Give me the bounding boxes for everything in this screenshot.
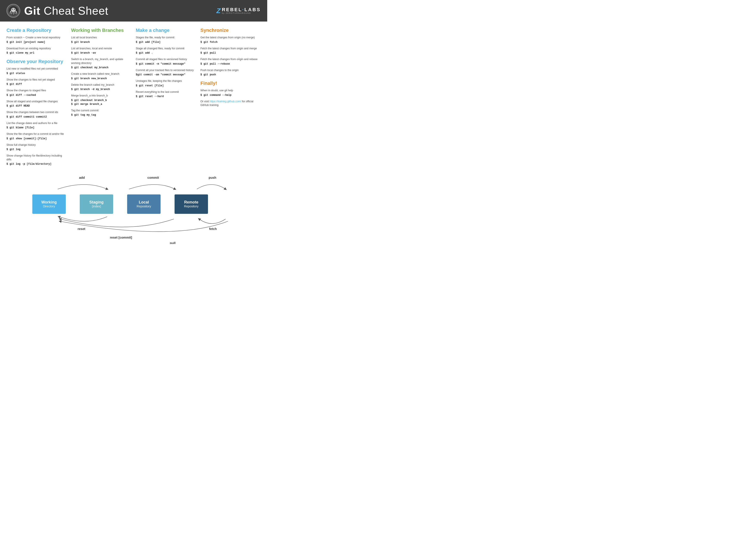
header-title: Git Cheat Sheet [24, 4, 108, 17]
change-item-3-cmd: $ git commit -m "commit message" [136, 62, 196, 66]
observe-item-1-cmd: $ git status [7, 71, 67, 75]
svg-text:commit: commit [148, 176, 159, 179]
branch-item-7: Tag the current commit $ git tag my_tag [71, 109, 131, 117]
branch-item-3-desc: Switch to a branch, my_branch, and updat… [71, 58, 131, 65]
observe-item-5-desc: Show the changes between two commit ids [7, 111, 67, 114]
branch-item-3: Switch to a branch, my_branch, and updat… [71, 58, 131, 69]
column-4: Synchronize Get the latest changes from … [201, 28, 261, 168]
create-item-1: From scratch -- Create a new local repos… [7, 36, 67, 44]
branches-section-title: Working with Branches [71, 28, 131, 33]
staging-sublabel: (index) [92, 205, 101, 208]
change-item-4-cmd: $git commit -am "commit message" [136, 73, 196, 77]
observe-item-4-cmd: $ git diff HEAD [7, 104, 67, 108]
title-bold: Git [24, 5, 40, 17]
observe-item-7: Show the file changes for a commit id an… [7, 132, 67, 140]
rebel-sub-text: by ZEROTURNAROUND [222, 12, 261, 14]
branch-item-2: List all branches, local and remote $ gi… [71, 47, 131, 55]
observe-item-9: Show change history for file/directory i… [7, 154, 67, 166]
change-item-2-desc: Stage all changed files, ready for commi… [136, 47, 196, 51]
remote-repository-box: Remote Repository [175, 194, 208, 214]
observe-section-title: Observe your Repository [7, 59, 67, 64]
branch-item-4: Create a new branch called new_branch $ … [71, 72, 131, 81]
create-item-1-cmd: $ git init [project name] [7, 40, 67, 44]
branch-item-1: List all local branches $ git branch [71, 36, 131, 44]
working-directory-label: Working [41, 200, 57, 205]
observe-item-9-desc: Show change history for file/directory i… [7, 154, 67, 162]
change-item-5: Unstages file, keeping the file changes … [136, 79, 196, 88]
branch-item-6-desc: Merge branch_a into branch_b [71, 94, 131, 98]
branch-item-7-cmd: $ git tag my_tag [71, 113, 131, 117]
sync-item-4: Push local changes to the origin $ git p… [201, 68, 261, 77]
branch-item-7-desc: Tag the current commit [71, 109, 131, 113]
observe-item-8-cmd: $ git log [7, 147, 67, 151]
working-directory-box: Working Directory [32, 194, 66, 214]
svg-text:fetch: fetch [209, 227, 217, 231]
create-section-title: Create a Repository [7, 28, 67, 33]
branch-item-2-desc: List all branches, local and remote [71, 47, 131, 51]
observe-item-4-desc: Show all staged and unstaged file change… [7, 100, 67, 104]
column-2: Working with Branches List all local bra… [71, 28, 131, 168]
change-item-2: Stage all changed files, ready for commi… [136, 47, 196, 55]
sync-section-title: Synchronize [201, 28, 261, 33]
observe-item-8: Show full change history $ git log [7, 143, 67, 152]
change-item-5-cmd: $ git reset [file] [136, 84, 196, 88]
observe-item-2: Show the changes to files not yet staged… [7, 78, 67, 86]
observe-item-9-cmd: $ git log -p [file/directory] [7, 162, 67, 166]
change-item-1-desc: Stages the file, ready for commit [136, 36, 196, 39]
svg-point-3 [14, 9, 15, 10]
branch-item-2-cmd: $ git branch -av [71, 51, 131, 55]
sync-item-2-desc: Fetch the latest changes from origin and… [201, 47, 261, 51]
local-sublabel: Repository [137, 205, 151, 208]
column-3: Make a change Stages the file, ready for… [136, 28, 196, 168]
git-workflow-diagram: add commit push reset reset [commit] [7, 168, 261, 240]
finally-section-title: Finally! [201, 81, 261, 86]
sync-item-2-cmd: $ git pull [201, 51, 261, 55]
branch-item-4-cmd: $ git branch new_branch [71, 77, 131, 81]
branch-item-1-cmd: $ git branch [71, 40, 131, 44]
create-item-1-desc: From scratch -- Create a new local repos… [7, 36, 67, 39]
observe-item-3-desc: Show the changes to staged files [7, 89, 67, 92]
finally-item-2: Or visit https://training.github.com/ fo… [201, 100, 261, 107]
working-directory-sublabel: Directory [43, 205, 55, 208]
make-change-section-title: Make a change [136, 28, 196, 33]
local-label: Local [139, 200, 149, 205]
branch-item-6-cmd: $ git merge branch_a [71, 102, 131, 106]
change-item-3: Commit all staged files to versioned his… [136, 58, 196, 66]
sync-item-2: Fetch the latest changes from origin and… [201, 47, 261, 55]
sync-item-4-desc: Push local changes to the origin [201, 68, 261, 72]
rebel-main-text: REBEL·LABS [222, 7, 261, 12]
local-repository-box: Local Repository [127, 194, 161, 214]
branch-item-3-cmd: $ git checkout my_branch [71, 66, 131, 69]
branch-item-6-cmd2: $ git checkout branch_b [71, 98, 131, 102]
finally-item-2-desc: Or visit https://training.github.com/ fo… [201, 100, 261, 107]
branch-item-5-desc: Delete the branch called my_branch [71, 83, 131, 87]
observe-item-1-desc: List new or modified files not yet commi… [7, 67, 67, 71]
create-item-2: Download from an existing repository $ g… [7, 47, 67, 55]
observe-item-7-desc: Show the file changes for a commit id an… [7, 132, 67, 136]
sync-item-1-cmd: $ git fetch [201, 40, 261, 44]
rebel-labs-logo: Z REBEL·LABS by ZEROTURNAROUND [216, 7, 261, 15]
staging-box: Staging (index) [80, 194, 113, 214]
change-item-1: Stages the file, ready for commit $ git … [136, 36, 196, 44]
header-left: Git Cheat Sheet [7, 4, 108, 18]
header: Git Cheat Sheet Z REBEL·LABS by ZEROTURN… [0, 0, 267, 21]
svg-text:push: push [209, 176, 216, 179]
svg-text:add: add [79, 176, 85, 179]
observe-item-5: Show the changes between two commit ids … [7, 111, 67, 119]
svg-text:reset [commit]: reset [commit] [110, 236, 132, 239]
change-item-1-cmd: $ git add [file] [136, 40, 196, 44]
sync-item-1-desc: Get the latest changes from origin (no m… [201, 36, 261, 39]
observe-item-4: Show all staged and unstaged file change… [7, 100, 67, 108]
staging-label: Staging [90, 200, 104, 205]
observe-item-8-desc: Show full change history [7, 143, 67, 147]
change-item-4-desc: Commit all your tracked files to version… [136, 68, 196, 72]
github-training-link[interactable]: https://training.github.com/ [209, 100, 241, 103]
observe-item-3: Show the changes to staged files $ git d… [7, 89, 67, 97]
title-regular: Cheat Sheet [40, 5, 108, 17]
observe-item-1: List new or modified files not yet commi… [7, 67, 67, 75]
sync-item-3: Fetch the latest changes from origin and… [201, 58, 261, 66]
change-item-6-cmd: $ git reset --hard [136, 94, 196, 98]
rebel-z-icon: Z [216, 7, 221, 15]
observe-item-6: List the change dates and authors for a … [7, 121, 67, 130]
main-content: Create a Repository From scratch -- Crea… [0, 21, 267, 244]
